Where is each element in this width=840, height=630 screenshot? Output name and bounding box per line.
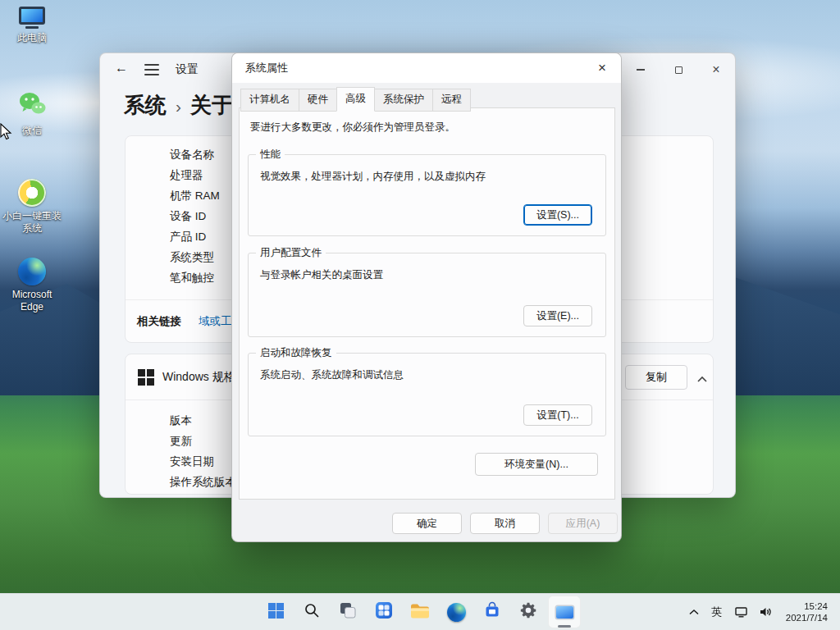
breadcrumb: 系统 › 关于: [124, 91, 233, 120]
tab-remote[interactable]: 远程: [432, 89, 471, 112]
system-tray: 英 15:24 2021/7/14: [684, 594, 835, 630]
wechat-icon: [17, 90, 47, 121]
file-explorer-button[interactable]: [404, 596, 436, 628]
desktop-icon-label: 小白一键重装系统: [0, 210, 64, 235]
apply-button[interactable]: 应用(A): [548, 513, 618, 534]
user-profiles-group: 用户配置文件 与登录帐户相关的桌面设置 设置(E)...: [248, 253, 606, 337]
user-profiles-settings-button[interactable]: 设置(E)...: [523, 305, 592, 326]
dialog-title: 系统属性: [245, 53, 288, 83]
task-view-icon: [339, 601, 357, 623]
windows-spec-title: Windows 规格: [162, 370, 235, 385]
row-os-build: 操作系统版本: [170, 475, 236, 490]
settings-window-controls: ×: [622, 53, 735, 86]
minimize-icon[interactable]: [622, 53, 660, 86]
gear-icon: [519, 601, 537, 623]
network-icon[interactable]: [730, 597, 752, 627]
back-arrow-icon[interactable]: ←: [112, 61, 131, 79]
performance-group-title: 性能: [256, 148, 285, 162]
search-button[interactable]: [295, 596, 328, 628]
admin-note: 要进行大多数更改，你必须作为管理员登录。: [250, 121, 455, 135]
dialog-tabs: 计算机名 硬件 高级 系统保护 远程: [240, 89, 470, 112]
taskbar-center: [259, 596, 581, 628]
desktop-icon-label: Microsoft Edge: [0, 289, 64, 313]
breadcrumb-separator: ›: [176, 97, 181, 116]
ime-indicator[interactable]: 英: [706, 597, 728, 627]
row-processor: 处理器: [170, 168, 203, 183]
environment-variables-button[interactable]: 环境变量(N)...: [475, 453, 598, 476]
startup-recovery-group-title: 启动和故障恢复: [256, 346, 336, 360]
store-button[interactable]: [476, 596, 509, 628]
windows-logo-icon: [138, 369, 154, 386]
windows-start-icon: [268, 603, 284, 622]
breadcrumb-system[interactable]: 系统: [124, 91, 167, 120]
row-device-id: 设备 ID: [170, 209, 206, 224]
row-update: 更新: [170, 434, 192, 449]
this-pc-icon: [19, 7, 45, 29]
breadcrumb-about: 关于: [190, 91, 233, 120]
performance-group: 性能 视觉效果，处理器计划，内存使用，以及虚拟内存 设置(S)...: [248, 154, 606, 236]
related-links-label: 相关链接: [137, 314, 181, 329]
user-profiles-group-title: 用户配置文件: [256, 246, 326, 260]
copy-button[interactable]: 复制: [625, 365, 687, 390]
maximize-icon[interactable]: [660, 53, 697, 86]
startup-recovery-group: 启动和故障恢复 系统启动、系统故障和调试信息 设置(T)...: [248, 353, 606, 436]
taskbar-clock[interactable]: 15:24 2021/7/14: [778, 600, 835, 623]
tab-computer-name[interactable]: 计算机名: [240, 89, 299, 112]
row-product-id: 产品 ID: [170, 230, 206, 244]
startup-recovery-group-desc: 系统启动、系统故障和调试信息: [260, 368, 404, 382]
xiaobai-app-button[interactable]: [548, 596, 581, 628]
dialog-close-button[interactable]: ×: [583, 53, 621, 83]
tab-advanced[interactable]: 高级: [336, 87, 375, 112]
task-view-button[interactable]: [331, 596, 364, 628]
store-bag-icon: [483, 601, 501, 623]
widgets-button[interactable]: [368, 596, 400, 628]
edge-button[interactable]: [440, 596, 472, 628]
system-properties-dialog: 系统属性 × 计算机名 硬件 高级 系统保护 远程 要进行大多数更改，你必须作为…: [231, 52, 622, 542]
row-device-name: 设备名称: [170, 148, 214, 162]
close-icon[interactable]: ×: [697, 53, 735, 86]
search-icon: [304, 602, 320, 622]
desktop-icon-wechat[interactable]: 微信: [0, 90, 64, 137]
hamburger-menu-icon[interactable]: [144, 64, 159, 75]
desktop-icon-xiaobai[interactable]: 小白一键重装系统: [0, 179, 64, 235]
xiaobai-icon: [18, 179, 46, 207]
widgets-icon: [375, 601, 393, 623]
running-indicator: [558, 625, 571, 628]
desktop-icon-label: 此电脑: [17, 32, 47, 44]
edge-icon: [447, 603, 466, 622]
tray-chevron-up-icon[interactable]: [684, 597, 704, 627]
desktop-icon-label: 微信: [22, 125, 42, 137]
row-edition: 版本: [170, 413, 192, 428]
edge-icon: [18, 258, 46, 285]
clock-date: 2021/7/14: [786, 612, 828, 623]
row-system-type: 系统类型: [170, 250, 214, 265]
start-button[interactable]: [259, 596, 292, 628]
tab-hardware[interactable]: 硬件: [299, 89, 337, 112]
desktop-icon-edge[interactable]: Microsoft Edge: [0, 258, 64, 313]
cancel-button[interactable]: 取消: [470, 513, 540, 534]
settings-app-title: 设置: [176, 62, 199, 77]
tab-system-protection[interactable]: 系统保护: [374, 89, 433, 112]
advanced-tab-page: 要进行大多数更改，你必须作为管理员登录。 性能 视觉效果，处理器计划，内存使用，…: [239, 107, 615, 500]
row-installed-ram: 机带 RAM: [170, 189, 220, 203]
ok-button[interactable]: 确定: [392, 513, 462, 534]
row-pen-touch: 笔和触控: [170, 271, 214, 285]
row-install-date: 安装日期: [170, 454, 214, 469]
dialog-titlebar[interactable]: 系统属性 ×: [232, 53, 621, 83]
user-profiles-group-desc: 与登录帐户相关的桌面设置: [260, 268, 383, 282]
chevron-up-icon[interactable]: [696, 372, 708, 386]
settings-button[interactable]: [512, 596, 545, 628]
volume-icon[interactable]: [755, 597, 776, 627]
clock-time: 15:24: [786, 600, 828, 612]
performance-group-desc: 视觉效果，处理器计划，内存使用，以及虚拟内存: [260, 170, 486, 184]
folder-icon: [410, 602, 430, 623]
performance-settings-button[interactable]: 设置(S)...: [523, 204, 592, 226]
xiaobai-app-icon: [556, 606, 573, 619]
startup-recovery-settings-button[interactable]: 设置(T)...: [523, 404, 592, 426]
taskbar: 英 15:24 2021/7/14: [0, 593, 840, 630]
desktop-icon-this-pc[interactable]: 此电脑: [0, 7, 64, 44]
